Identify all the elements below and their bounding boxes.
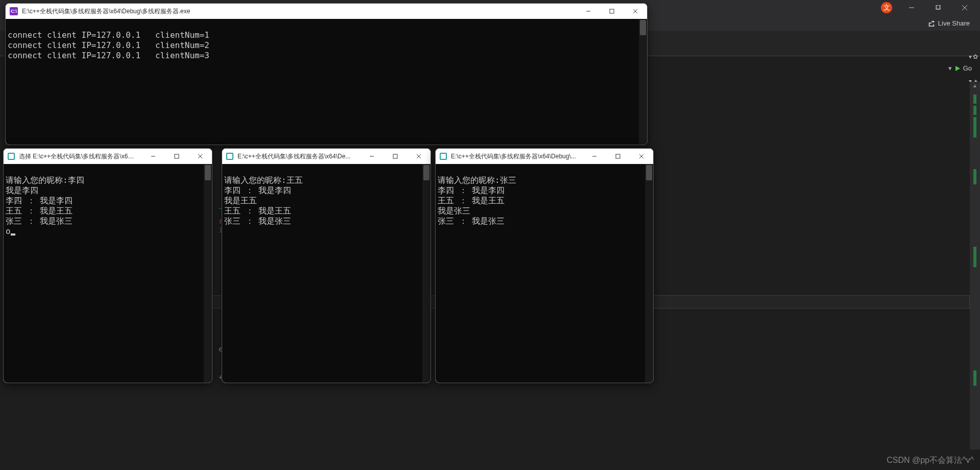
svg-rect-0 (936, 5, 940, 9)
window-titlebar[interactable]: E:\c++全栈代码集\多线程服务器\x64\De... (222, 149, 431, 164)
console-line: connect client IP=127.0.0.1 clientNum=3 (8, 51, 209, 60)
console-line: 张三 ： 我是张三 (6, 216, 73, 226)
share-icon (928, 19, 935, 27)
window-title: E:\c++全栈代码集\多线程服务器\x64\De... (237, 152, 350, 161)
console-scrollbar[interactable] (639, 19, 647, 145)
maximize-button[interactable] (384, 149, 407, 164)
change-marker (973, 117, 976, 137)
scrollbar-thumb[interactable] (205, 165, 211, 180)
window-titlebar[interactable]: E:\c++全栈代码集\多线程服务器\x64\Debug\... (436, 149, 653, 164)
svg-rect-3 (175, 154, 179, 158)
console-line: 李四 ： 我是李四 (438, 185, 505, 195)
cmd-icon: C:\ (10, 7, 18, 15)
close-button[interactable] (188, 149, 212, 164)
console-line: 请输入您的昵称:张三 (438, 175, 516, 185)
svg-rect-5 (616, 154, 620, 158)
vs-scrollbar-gutter[interactable]: ▲ (970, 82, 980, 450)
console-line: 张三 ： 我是张三 (438, 216, 505, 226)
live-share-button[interactable]: Live Share (928, 19, 970, 27)
console-scrollbar[interactable] (645, 164, 653, 383)
console-output[interactable]: 请输入您的昵称:王五 李四 ： 我是李四 我是王五 王五 ： 我是王五 张三 ：… (222, 164, 431, 383)
console-line: connect client IP=127.0.0.1 clientNum=1 (8, 30, 209, 40)
window-titlebar[interactable]: C:\ E:\c++全栈代码集\多线程服务器\x64\Debug\多线程服务器.… (6, 4, 647, 19)
client3-console-window[interactable]: E:\c++全栈代码集\多线程服务器\x64\Debug\... 请输入您的昵称… (435, 148, 654, 383)
change-marker (973, 106, 976, 115)
minimize-button[interactable] (583, 149, 606, 164)
live-share-label: Live Share (938, 19, 970, 27)
console-line: 我是李四 (6, 185, 38, 195)
go-button[interactable]: ▾ Go (948, 64, 972, 72)
window-titlebar[interactable]: 选择 E:\c++全栈代码集\多线程服务器\x64\... (4, 149, 212, 164)
console-line: o (6, 226, 11, 236)
watermark-text: CSDN @pp不会算法^v^ (887, 455, 974, 466)
maximize-button[interactable] (600, 4, 624, 19)
console-line: 请输入您的昵称:李四 (6, 175, 84, 185)
svg-rect-2 (610, 9, 614, 13)
chevron-down-icon: ▾ (948, 64, 952, 72)
app-icon (8, 153, 15, 160)
svg-rect-4 (393, 154, 397, 158)
gear-icon[interactable]: ✿ (973, 53, 978, 60)
console-output[interactable]: connect client IP=127.0.0.1 clientNum=1 … (6, 19, 647, 145)
vs-close-button[interactable] (953, 0, 976, 15)
console-line: 李四 ： 我是李四 (6, 196, 73, 205)
console-line: 张三 ： 我是张三 (224, 216, 291, 226)
window-title: E:\c++全栈代码集\多线程服务器\x64\Debug\多线程服务器.exe (22, 7, 190, 16)
maximize-button[interactable] (606, 149, 630, 164)
app-icon (226, 153, 233, 160)
play-icon (954, 65, 961, 72)
chevron-up-icon[interactable]: ▲ (972, 83, 977, 88)
change-marker (973, 95, 976, 104)
svg-rect-1 (937, 5, 941, 9)
vs-maximize-button[interactable] (927, 0, 949, 15)
console-line: 我是王五 (224, 196, 257, 205)
console-scrollbar[interactable] (422, 164, 431, 383)
change-marker (973, 247, 976, 267)
window-title: E:\c++全栈代码集\多线程服务器\x64\Debug\... (451, 152, 576, 161)
window-title: 选择 E:\c++全栈代码集\多线程服务器\x64\... (19, 152, 136, 161)
vs-minimize-button[interactable] (900, 0, 923, 15)
console-scrollbar[interactable] (204, 164, 212, 383)
client2-console-window[interactable]: E:\c++全栈代码集\多线程服务器\x64\De... 请输入您的昵称:王五 … (222, 148, 431, 383)
minimize-button[interactable] (360, 149, 384, 164)
vs-panel-chevrons: ▾✿ (969, 53, 978, 60)
minimize-button[interactable] (577, 4, 600, 19)
text-cursor (11, 233, 15, 236)
console-line: 我是张三 (438, 206, 470, 216)
scrollbar-thumb[interactable] (640, 20, 646, 35)
scrollbar-thumb[interactable] (646, 165, 652, 180)
go-label: Go (963, 64, 972, 72)
console-output[interactable]: 请输入您的昵称:李四 我是李四 李四 ： 我是李四 王五 ： 我是王五 张三 ：… (4, 164, 212, 383)
console-line: 李四 ： 我是李四 (224, 185, 291, 195)
server-console-window[interactable]: C:\ E:\c++全栈代码集\多线程服务器\x64\Debug\多线程服务器.… (5, 3, 648, 145)
console-output[interactable]: 请输入您的昵称:张三 李四 ： 我是李四 王五 ： 我是王五 我是张三 张三 ：… (436, 164, 653, 383)
console-line: 王五 ： 我是王五 (6, 206, 73, 216)
console-line: 王五 ： 我是王五 (438, 196, 505, 205)
chevron-down-icon[interactable]: ▾ (969, 53, 972, 60)
minimize-button[interactable] (141, 149, 165, 164)
app-icon (440, 153, 447, 160)
ime-indicator-icon[interactable]: 文 (881, 2, 892, 13)
console-line: 王五 ： 我是王五 (224, 206, 291, 216)
change-marker (973, 169, 976, 184)
close-button[interactable] (624, 4, 647, 19)
scrollbar-thumb[interactable] (423, 165, 429, 180)
console-line: connect client IP=127.0.0.1 clientNum=2 (8, 40, 209, 50)
maximize-button[interactable] (165, 149, 188, 164)
close-button[interactable] (630, 149, 653, 164)
close-button[interactable] (407, 149, 431, 164)
client1-console-window[interactable]: 选择 E:\c++全栈代码集\多线程服务器\x64\... 请输入您的昵称:李四… (3, 148, 212, 383)
console-line: 请输入您的昵称:王五 (224, 175, 303, 185)
change-marker (973, 370, 976, 386)
